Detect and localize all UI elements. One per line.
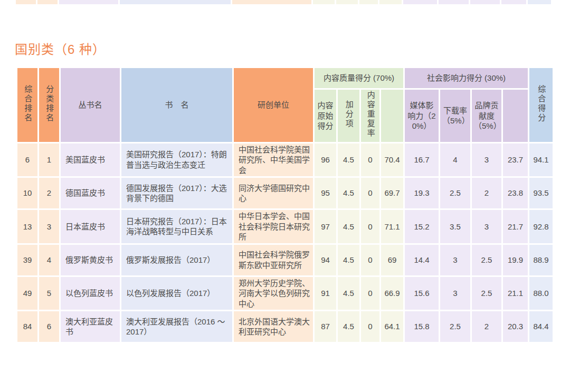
category-rank-cell: 6 <box>39 311 59 342</box>
total-score-cell: 84.4 <box>529 311 553 342</box>
total-score-cell: 88.0 <box>529 277 553 310</box>
header-content-quality-group: 内容质量得分 (70%) <box>315 68 403 88</box>
media-influence-cell: 15.2 <box>405 210 439 243</box>
bonus-points-cell: 4.5 <box>338 311 359 342</box>
strip-cell <box>501 0 526 4</box>
header-content-original-score: 内容原始得分 <box>315 90 336 142</box>
overall-rank-cell: 39 <box>17 245 37 275</box>
content-original-score-cell: 87 <box>315 311 336 342</box>
media-influence-cell: 15.8 <box>405 311 439 342</box>
total-score-cell: 93.5 <box>529 178 553 208</box>
book-name-cell: 以色列发展报告（2017） <box>121 277 232 310</box>
strip-cell <box>379 0 402 4</box>
content-duplication-rate-cell: 0 <box>361 277 379 310</box>
content-original-score-cell: 96 <box>315 144 336 177</box>
bonus-points-cell: 4.5 <box>338 178 359 208</box>
content-subtotal-cell: 70.4 <box>381 144 403 177</box>
content-subtotal-cell: 69 <box>381 245 403 275</box>
content-duplication-rate-cell: 0 <box>361 245 379 275</box>
content-subtotal-cell: 64.1 <box>381 311 403 342</box>
brand-contribution-cell: 3 <box>472 144 501 177</box>
brand-contribution-cell: 2.5 <box>472 277 501 310</box>
download-rate-cell: 3.5 <box>440 210 470 243</box>
header-content-subtotal-blank <box>381 90 403 142</box>
strip-cell <box>470 0 500 4</box>
creator-cell: 郑州大学历史学院、河南大学以色列研究中心 <box>234 277 313 310</box>
overall-rank-cell: 49 <box>17 277 37 310</box>
overall-rank-cell: 13 <box>17 210 37 243</box>
strip-cell <box>37 0 58 4</box>
category-rank-cell: 1 <box>39 144 59 177</box>
category-rank-cell: 3 <box>39 210 59 243</box>
table-row: 49 5 以色列蓝皮书 以色列发展报告（2017） 郑州大学历史学院、河南大学以… <box>17 277 553 310</box>
book-name-cell: 美国研究报告（2017）：特朗普当选与政治生态变迁 <box>121 144 232 177</box>
bonus-points-cell: 4.5 <box>338 277 359 310</box>
content-subtotal-cell: 66.9 <box>381 277 403 310</box>
header-overall-rank: 综合排名 <box>17 68 37 142</box>
social-subtotal-cell: 21.7 <box>503 210 528 243</box>
header-social-subtotal-blank <box>503 90 528 142</box>
strip-cell <box>403 0 437 4</box>
social-subtotal-cell: 19.9 <box>503 245 528 275</box>
series-name-cell: 以色列蓝皮书 <box>61 277 120 310</box>
series-name-cell: 日本蓝皮书 <box>61 210 120 243</box>
series-name-cell: 德国蓝皮书 <box>61 178 120 208</box>
brand-contribution-cell: 3 <box>472 210 501 243</box>
category-rank-cell: 5 <box>39 277 59 310</box>
strip-cell <box>336 0 358 4</box>
content-subtotal-cell: 69.7 <box>381 178 403 208</box>
bonus-points-cell: 4.5 <box>338 245 359 275</box>
download-rate-cell: 3 <box>440 245 470 275</box>
media-influence-cell: 15.6 <box>405 277 439 310</box>
table-row: 10 2 德国蓝皮书 德国发展报告（2017）：大选背景下的德国 同济大学德国研… <box>17 178 553 208</box>
header-bonus-points: 加分项 <box>338 90 359 142</box>
content-original-score-cell: 91 <box>315 277 336 310</box>
header-media-influence: 媒体影响力（20%） <box>405 90 439 142</box>
strip-cell <box>120 0 231 4</box>
content-duplication-rate-cell: 0 <box>361 210 379 243</box>
previous-table-bottom-edge <box>16 0 554 4</box>
social-subtotal-cell: 20.3 <box>503 311 528 342</box>
strip-cell <box>313 0 335 4</box>
media-influence-cell: 14.4 <box>405 245 439 275</box>
creator-cell: 中华日本学会、中国社会科学院日本研究所 <box>234 210 313 243</box>
overall-rank-cell: 6 <box>17 144 37 177</box>
strip-cell <box>528 0 551 4</box>
series-name-cell: 俄罗斯黄皮书 <box>61 245 120 275</box>
header-social-impact-group: 社会影响力得分 (30%) <box>405 68 528 88</box>
header-creator: 研创单位 <box>234 68 313 142</box>
table-row: 13 3 日本蓝皮书 日本研究报告（2017）：日本海洋战略转型与中日关系 中华… <box>17 210 553 243</box>
series-name-cell: 美国蓝皮书 <box>61 144 120 177</box>
media-influence-cell: 16.7 <box>405 144 439 177</box>
download-rate-cell: 4 <box>440 144 470 177</box>
header-category-rank: 分类排名 <box>39 68 59 142</box>
series-name-cell: 澳大利亚蓝皮书 <box>61 311 120 342</box>
social-subtotal-cell: 23.7 <box>503 144 528 177</box>
content-original-score-cell: 94 <box>315 245 336 275</box>
header-total-score: 综合得分 <box>529 68 553 142</box>
table-row: 39 4 俄罗斯黄皮书 俄罗斯发展报告（2017） 中国社会科学院俄罗斯东欧中亚… <box>17 245 553 275</box>
social-subtotal-cell: 21.1 <box>503 277 528 310</box>
table-row: 6 1 美国蓝皮书 美国研究报告（2017）：特朗普当选与政治生态变迁 中国社会… <box>17 144 553 177</box>
download-rate-cell: 2.5 <box>440 178 470 208</box>
strip-cell <box>16 0 36 4</box>
brand-contribution-cell: 2 <box>472 178 501 208</box>
media-influence-cell: 19.3 <box>405 178 439 208</box>
creator-cell: 北京外国语大学澳大利亚研究中心 <box>234 311 313 342</box>
content-original-score-cell: 97 <box>315 210 336 243</box>
content-original-score-cell: 95 <box>315 178 336 208</box>
strip-cell <box>359 0 378 4</box>
content-duplication-rate-cell: 0 <box>361 178 379 208</box>
book-name-cell: 德国发展报告（2017）：大选背景下的德国 <box>121 178 232 208</box>
total-score-cell: 88.9 <box>529 245 553 275</box>
social-subtotal-cell: 23.8 <box>503 178 528 208</box>
brand-contribution-cell: 2.5 <box>472 245 501 275</box>
page-title: 国别类（6 种） <box>15 39 570 58</box>
content-subtotal-cell: 71.1 <box>381 210 403 243</box>
strip-cell <box>59 0 118 4</box>
total-score-cell: 94.1 <box>529 144 553 177</box>
book-name-cell: 俄罗斯发展报告（2017） <box>121 245 232 275</box>
creator-cell: 同济大学德国研究中心 <box>234 178 313 208</box>
content-duplication-rate-cell: 0 <box>361 311 379 342</box>
total-score-cell: 92.8 <box>529 210 553 243</box>
